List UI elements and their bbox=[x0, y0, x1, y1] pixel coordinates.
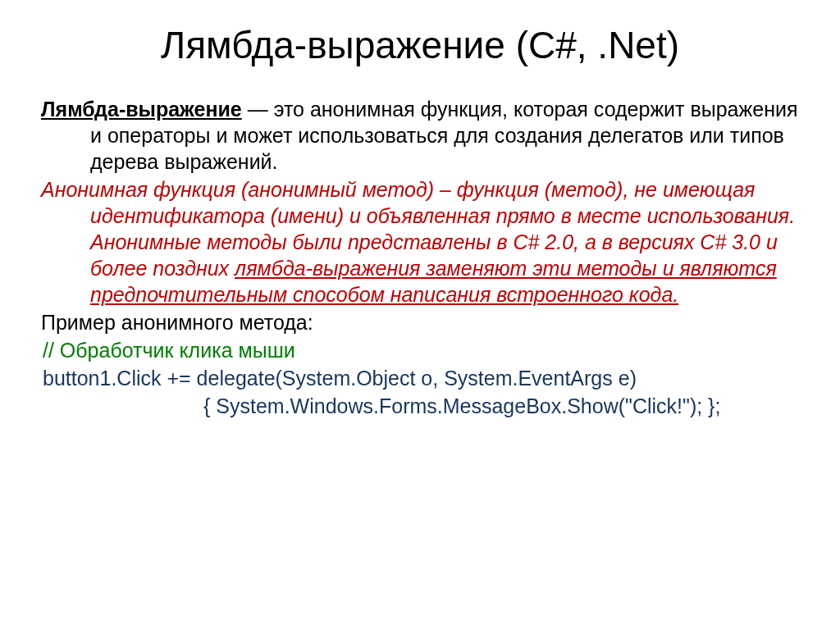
slide-title: Лямбда-выражение (C#, .Net) bbox=[41, 23, 799, 67]
code-comment: // Обработчик клика мыши bbox=[41, 337, 799, 363]
example-label: Пример анонимного метода: bbox=[41, 309, 799, 335]
definition-paragraph: Лямбда-выражение — это анонимная функция… bbox=[41, 96, 799, 175]
code-line-1: button1.Click += delegate(System.Object … bbox=[41, 365, 799, 391]
anonymous-paragraph: Анонимная функция (анонимный метод) – фу… bbox=[41, 176, 799, 308]
slide-content: Лямбда-выражение — это анонимная функция… bbox=[41, 96, 799, 419]
code-line-2: { System.Windows.Forms.MessageBox.Show("… bbox=[41, 393, 799, 419]
definition-term: Лямбда-выражение bbox=[41, 98, 242, 121]
